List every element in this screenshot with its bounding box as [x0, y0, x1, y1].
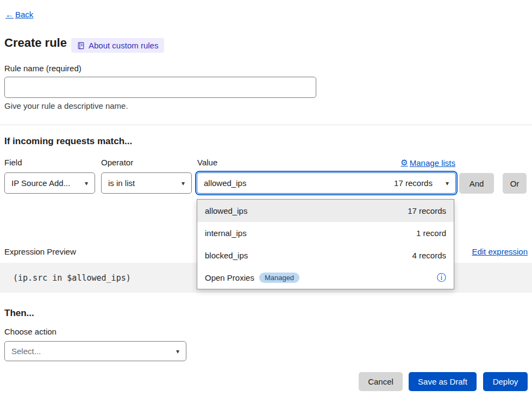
expression-preview-label: Expression Preview: [4, 247, 76, 256]
create-rule-page: ←Back Create rule About custom rules Rul…: [0, 0, 532, 402]
value-select-value: allowed_ips: [204, 178, 246, 188]
action-select-placeholder: Select...: [11, 347, 41, 356]
list-item-records: 17 records: [408, 206, 446, 215]
chevron-down-icon: ▾: [176, 348, 179, 355]
chevron-down-icon: ▾: [181, 180, 185, 187]
list-item-records: 1 record: [416, 228, 446, 238]
choose-action-label: Choose action: [4, 327, 57, 336]
page-title: Create rule: [4, 36, 67, 50]
manage-lists-link[interactable]: ⚙ Manage lists: [400, 158, 455, 168]
match-section-title: If incoming requests match...: [4, 136, 132, 147]
list-dropdown-menu: allowed_ips 17 records internal_ips 1 re…: [197, 199, 454, 289]
chevron-down-icon: ▾: [446, 180, 449, 187]
expression-code: (ip.src in $allowed_ips): [13, 273, 131, 283]
gear-icon: ⚙: [400, 158, 408, 168]
list-item-name: allowed_ips: [205, 206, 247, 215]
field-label: Field: [4, 158, 22, 167]
rule-name-label: Rule name (required): [4, 64, 82, 73]
deploy-button[interactable]: Deploy: [483, 372, 528, 391]
book-icon: [77, 42, 85, 50]
back-link[interactable]: ←Back: [5, 10, 33, 19]
value-label: Value: [197, 158, 217, 167]
back-arrow-icon: ←: [5, 10, 14, 19]
operator-select[interactable]: is in list ▾: [101, 172, 192, 194]
value-select-records: 17 records: [394, 178, 433, 188]
managed-badge: Managed: [259, 273, 299, 283]
operator-select-value: is in list: [108, 178, 135, 188]
list-item-name: internal_ips: [205, 228, 247, 238]
operator-label: Operator: [101, 158, 133, 167]
rule-name-input[interactable]: [4, 77, 316, 98]
list-item-name: blocked_ips: [205, 251, 248, 260]
cancel-button[interactable]: Cancel: [359, 372, 403, 391]
then-section-title: Then...: [4, 308, 34, 319]
value-select[interactable]: allowed_ips 17 records ▾: [197, 172, 456, 194]
list-item-allowed-ips[interactable]: allowed_ips 17 records: [197, 200, 454, 222]
about-custom-rules-label: About custom rules: [89, 41, 158, 50]
chevron-down-icon: ▾: [85, 180, 88, 187]
and-button[interactable]: And: [459, 173, 494, 194]
save-as-draft-button[interactable]: Save as Draft: [409, 372, 477, 391]
list-item-internal-ips[interactable]: internal_ips 1 record: [197, 222, 454, 244]
about-custom-rules-badge[interactable]: About custom rules: [71, 38, 164, 53]
back-link-label: Back: [15, 10, 33, 19]
section-divider: [0, 125, 532, 125]
field-select-value: IP Source Add...: [11, 178, 70, 188]
field-select[interactable]: IP Source Add... ▾: [4, 172, 95, 194]
list-item-blocked-ips[interactable]: blocked_ips 4 records: [197, 244, 454, 267]
or-button[interactable]: Or: [503, 173, 527, 194]
manage-lists-label: Manage lists: [410, 158, 455, 168]
list-item-open-proxies[interactable]: Open Proxies Managed ⓘ: [197, 267, 454, 289]
info-icon[interactable]: ⓘ: [437, 273, 446, 282]
list-item-records: 4 records: [412, 251, 446, 260]
rule-name-helper: Give your rule a descriptive name.: [4, 101, 128, 110]
edit-expression-link[interactable]: Edit expression: [472, 247, 528, 256]
action-select[interactable]: Select... ▾: [4, 341, 186, 361]
list-item-name: Open Proxies: [205, 273, 254, 282]
